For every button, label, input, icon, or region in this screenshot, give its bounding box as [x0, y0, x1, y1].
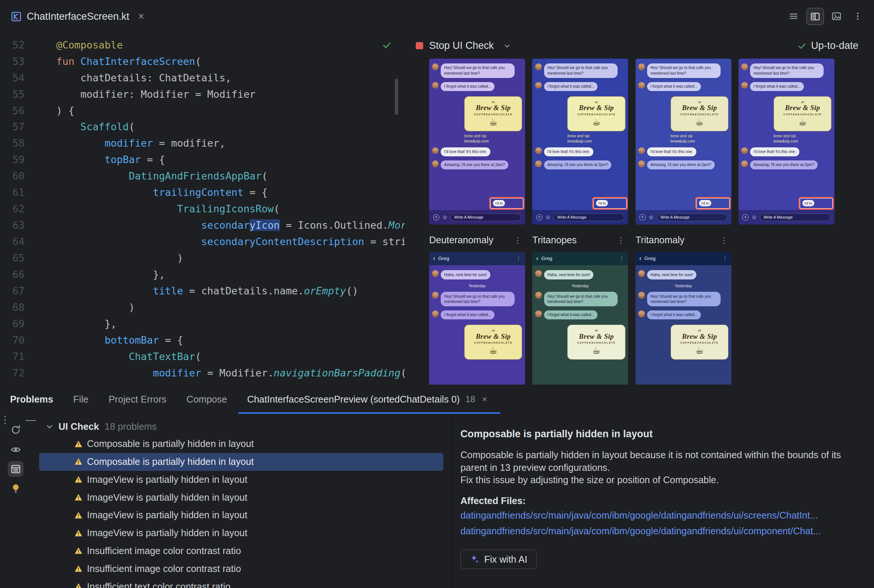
code-line: 61 trailingContent = { — [0, 184, 405, 201]
affected-file-link[interactable]: datingandfriends/src/main/java/com/ibm/g… — [461, 525, 860, 537]
back-icon[interactable]: ‹ — [433, 255, 435, 262]
coffee-cup-icon: ☕ — [569, 345, 623, 356]
editor-scrollbar[interactable] — [395, 79, 398, 115]
preview-phone-row1-4[interactable]: Hey! Should we go to that cafe you menti… — [739, 58, 835, 225]
message-input[interactable]: Write A Message — [553, 213, 624, 221]
chat-message-row: I forgot what it was called... — [535, 310, 625, 320]
preview-phone-tritanomaly[interactable]: ‹Greg⋮Haha, next time for sure!Yesterday… — [635, 252, 731, 385]
avatar — [741, 82, 748, 89]
more-options-icon[interactable] — [849, 8, 866, 25]
attach-icon[interactable]: + — [639, 214, 645, 220]
tab-chatinterfacescreenpreview-sortedchatdetails-0[interactable]: ChatInterfaceScreenPreview (sortedChatDe… — [247, 385, 487, 414]
problem-list-item[interactable]: Composable is partially hidden in layout — [39, 453, 443, 471]
code-editor[interactable]: 52@Composable53fun ChatInterfaceScreen(5… — [0, 34, 405, 385]
problem-list-item[interactable]: Composable is partially hidden in layout — [39, 435, 443, 453]
problem-list-item[interactable]: ImageView is partially hidden in layout — [39, 471, 443, 489]
back-icon[interactable]: ‹ — [639, 255, 641, 262]
emoji-icon[interactable]: ☺ — [648, 214, 654, 220]
affected-file-link[interactable]: datingandfriends/src/main/java/com/ibm/g… — [461, 509, 860, 522]
preview-kebab-icon[interactable]: ⋮ — [720, 236, 728, 245]
chat-message-row: Amazing, I'll see you there at 2pm? — [638, 160, 728, 170]
tab-close-icon[interactable]: × — [482, 394, 487, 404]
back-icon[interactable]: ‹ — [536, 255, 539, 262]
fix-with-ai-label: Fix with AI — [484, 554, 527, 565]
preview-kebab-icon[interactable]: ⋮ — [514, 236, 522, 245]
editor-tab[interactable]: ChatInterfaceScreen.kt × — [0, 0, 156, 33]
preview-eye-icon[interactable] — [8, 442, 24, 458]
preview-phone-row1-3[interactable]: Hey! Should we go to that cafe you menti… — [635, 58, 731, 225]
chevron-down-icon[interactable] — [503, 41, 512, 50]
stop-ui-check-button[interactable]: Stop UI Check — [429, 40, 494, 51]
chat-bubble: I forgot what it was called... — [750, 82, 804, 92]
problem-list-item[interactable]: Insufficient image color contrast ratio — [39, 560, 443, 578]
problem-list-item[interactable]: ImageView is partially hidden in layout — [39, 506, 443, 524]
message-input[interactable]: Write A Message — [657, 213, 727, 221]
preview-phone-deuteranomaly[interactable]: ‹Greg⋮Haha, next time for sure!Yesterday… — [429, 252, 525, 385]
problem-list-item[interactable]: ImageView is partially hidden in layout — [39, 488, 443, 506]
code-text: DatingAndFriendsAppBar( — [25, 168, 267, 184]
problem-list-item[interactable]: Insufficient image color contrast ratio — [39, 542, 443, 560]
code-view-icon[interactable] — [785, 8, 802, 25]
line-number: 69 — [0, 316, 25, 332]
line-number: 60 — [0, 168, 25, 184]
tab-project-errors[interactable]: Project Errors — [109, 385, 167, 414]
code-line: 67 title = chatDetails.name.orEmpty() — [0, 283, 405, 299]
message-input[interactable]: Write A Message — [451, 213, 521, 221]
attach-icon[interactable]: + — [433, 214, 439, 220]
chat-messages: Haha, next time for sure!YesterdayHey! S… — [635, 265, 731, 360]
problems-group-header[interactable]: UI Check 18 problems — [32, 418, 451, 435]
preview-kebab-icon[interactable]: ⋮ — [617, 236, 625, 245]
design-view-icon[interactable] — [829, 8, 845, 25]
code-text: TrailingIconsRow( — [25, 201, 280, 217]
avatar — [638, 292, 645, 298]
chat-menu-icon[interactable]: ⋮ — [516, 256, 521, 261]
tab-title: ChatInterfaceScreen.kt — [27, 11, 129, 22]
lightbulb-icon[interactable] — [8, 480, 24, 496]
tab-label: File — [73, 394, 89, 405]
problem-list-item[interactable]: ImageView is partially hidden in layout — [39, 524, 443, 542]
card-brand-text: Brew & Sip — [467, 104, 520, 112]
preview-phone-row1-2[interactable]: Hey! Should we go to that cafe you menti… — [532, 58, 628, 225]
chat-menu-icon[interactable]: ⋮ — [619, 256, 624, 261]
tab-problems[interactable]: Problems — [10, 385, 53, 414]
clipped-composable-fragment: I'd lo — [596, 200, 608, 206]
inspections-ok-icon[interactable] — [382, 40, 392, 52]
chat-message-row: Hey! Should we go to that cafe you menti… — [432, 292, 523, 306]
card-brand-text: Brew & Sip — [775, 104, 829, 112]
emoji-icon[interactable]: ☺ — [442, 214, 448, 220]
tab-close-icon[interactable]: × — [138, 12, 144, 22]
preview-row1: Hey! Should we go to that cafe you menti… — [405, 58, 874, 225]
tab-compose[interactable]: Compose — [186, 385, 227, 414]
split-view-icon[interactable] — [806, 8, 824, 26]
expander-chevron-icon[interactable] — [45, 422, 54, 431]
warning-icon — [74, 582, 83, 588]
code-text: ) — [25, 299, 135, 316]
preview-phone-tritanopes[interactable]: ‹Greg⋮Haha, next time for sure!Yesterday… — [532, 252, 628, 385]
problems-toolbar-strip — [0, 414, 32, 588]
problem-detail-pane: Composable is partially hidden in layout… — [452, 414, 874, 588]
stop-icon[interactable] — [416, 42, 423, 49]
emoji-icon[interactable]: ☺ — [751, 214, 757, 220]
preview-phone-row1-1[interactable]: Hey! Should we go to that cafe you menti… — [429, 58, 525, 225]
attach-icon[interactable]: + — [742, 214, 748, 220]
code-text: ) — [25, 250, 183, 266]
fix-with-ai-button[interactable]: Fix with AI — [461, 550, 537, 569]
emoji-icon[interactable]: ☺ — [545, 214, 551, 220]
code-text: chatDetails: ChatDetails, — [25, 70, 231, 86]
code-line: 70 bottomBar = { — [0, 332, 405, 348]
message-input[interactable]: Write A Message — [760, 213, 830, 221]
details-view-icon[interactable] — [8, 461, 24, 477]
attach-icon[interactable]: + — [536, 214, 542, 220]
problem-list-item[interactable]: Insufficient text color contrast ratio — [39, 578, 443, 588]
refresh-icon[interactable] — [8, 422, 24, 438]
chat-bubble: I forgot what it was called... — [647, 310, 701, 320]
coffee-cup-icon: ☕ — [673, 99, 726, 104]
chat-input-bar: +☺Write A Message — [429, 210, 525, 225]
chat-menu-icon[interactable]: ⋮ — [722, 256, 727, 261]
coffee-cup-icon: ☕ — [569, 328, 623, 332]
chat-bubble: Hey! Should we go to that cafe you menti… — [441, 63, 514, 78]
clipped-composable-fragment: I'd lo — [802, 200, 814, 206]
code-text: @Composable — [25, 37, 123, 53]
tab-file[interactable]: File — [73, 385, 89, 414]
problem-item-label: Insufficient text color contrast ratio — [87, 581, 231, 588]
